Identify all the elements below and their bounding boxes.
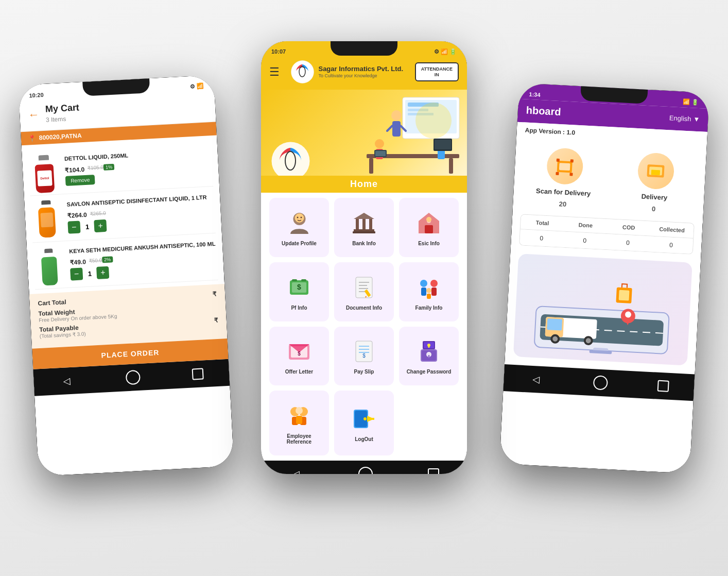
menu-item-offer-letter[interactable]: $ Offer Letter [269,327,329,386]
delivery-count: 0 [652,205,656,213]
svg-point-2 [272,142,310,180]
item-old-price-dettol: ₹105.0 [88,164,104,171]
svg-rect-78 [296,416,302,424]
hamburger-icon[interactable]: ☰ [269,65,280,79]
menu-item-pf-info[interactable]: $ Pf Info [269,262,329,321]
cart-footer: Cart Total ₹ Total Weight Free Delivery … [29,284,228,349]
cart-items-list: Dettol DETTOL LIQUID, 250ML ₹104.0 ₹105.… [21,135,224,294]
item-old-price-keya: ₹50.0 [89,257,102,263]
pay-slip-icon: $ [351,339,377,365]
back-button[interactable]: ← [28,108,40,122]
table-cell-cod: 0 [606,234,650,251]
left-phone: 10:20 ⚙ 📶 ← My Cart 3 Items 📍 800020,PAT… [18,75,234,477]
qty-value-savlon: 1 [85,223,90,230]
item-details-savlon: SAVLON ANTISEPTIC DISINFECTANT LIQUID, 1… [66,193,215,234]
item-old-price-savlon: ₹265.0 [90,210,106,217]
cart-subtitle: 3 Items [46,115,66,124]
esic-info-icon [416,211,442,236]
svg-point-27 [297,216,298,218]
svg-rect-89 [569,173,573,176]
svg-rect-31 [362,219,366,229]
svg-text:$: $ [297,283,301,291]
left-menu-button[interactable] [192,368,203,380]
svg-rect-15 [449,158,453,174]
svg-point-37 [426,217,431,222]
svg-rect-41 [292,279,297,281]
right-menu-button[interactable] [657,380,669,392]
qty-plus-savlon[interactable]: + [94,219,107,232]
offer-letter-label: Offer Letter [285,369,313,375]
item-details-keya: KEYA SETH MEDICURE ANKUSH ANTISEPTIC, 10… [69,240,218,281]
menu-item-employee-reference[interactable]: EmployeeReference [269,391,329,455]
table-cell-total: 0 [519,229,563,247]
right-back-button[interactable]: ◁ [528,372,543,387]
right-phone-inner: 1:34 📶 🔋 hboard English ▼ App Version : … [499,83,709,473]
menu-item-update-profile[interactable]: Update Profile [269,198,329,257]
savlon-bottle-icon [34,200,60,237]
location-text: 800020,PATNA [39,132,82,141]
right-home-button[interactable] [593,375,608,390]
svg-rect-19 [375,151,386,156]
menu-item-document-info[interactable]: Document Info [334,262,394,321]
chevron-down-icon: ▼ [693,115,700,124]
delivery-card[interactable]: Delivery 0 [612,151,698,215]
company-tagline: To Cultivate your Knowledge [318,73,403,79]
menu-item-logout[interactable]: LogOut [334,391,394,455]
svg-point-16 [375,139,384,148]
cart-title: My Cart [45,102,79,114]
update-profile-label: Update Profile [282,241,317,246]
remove-button-dettol[interactable]: Remove [65,175,95,186]
company-name: Sagar Informatics Pvt. Ltd. To Cultivate… [318,65,403,78]
menu-item-bank-info[interactable]: Bank Info [334,198,394,257]
left-phone-inner: 10:20 ⚙ 📶 ← My Cart 3 Items 📍 800020,PAT… [18,75,234,477]
svg-text:$: $ [298,351,301,357]
menu-item-family-info[interactable]: Family Info [399,262,459,321]
lang-selector[interactable]: English ▼ [669,114,700,123]
menu-item-esic-info[interactable]: Esic Info [399,198,459,257]
menu-item-change-password[interactable]: Change Password [399,327,459,386]
table-cell-done: 0 [563,232,606,249]
pf-info-icon: $ [286,275,312,301]
center-back-button[interactable]: ◁ [289,467,303,474]
svg-point-54 [426,288,431,293]
table-cell-collected: 0 [649,236,693,254]
svg-rect-85 [559,163,570,171]
item-price-dettol: ₹104.0 [65,166,85,174]
left-home-button[interactable] [126,370,141,385]
cart-title-block: My Cart 3 Items [45,102,80,124]
employee-reference-icon [286,403,312,429]
home-banner: Home [261,90,467,193]
delivery-illustration [505,245,701,374]
delivery-scene [513,253,692,365]
pay-slip-label: Pay Slip [354,369,374,375]
qty-minus-savlon[interactable]: − [67,221,80,234]
employee-reference-label: EmployeeReference [287,433,311,445]
svg-line-11 [387,126,392,131]
svg-rect-35 [425,225,433,233]
svg-point-28 [300,216,302,218]
svg-rect-70 [428,355,430,358]
change-password-label: Change Password [407,369,452,375]
right-status-icons: 📶 🔋 [683,98,699,106]
center-home-button[interactable] [358,467,373,474]
svg-rect-33 [354,229,374,231]
attendance-button[interactable]: ATTENDANCEIN [415,62,459,82]
qty-minus-keya[interactable]: − [70,268,83,281]
qty-plus-keya[interactable]: + [96,266,109,279]
logout-label: LogOut [355,436,373,442]
bank-info-icon [351,211,377,236]
offer-letter-icon: $ [286,339,312,365]
left-phone-screen: 10:20 ⚙ 📶 ← My Cart 3 Items 📍 800020,PAT… [18,75,234,477]
esic-info-label: Esic Info [418,241,440,246]
center-menu-button[interactable] [428,468,439,474]
cart-total-value: ₹ [213,291,217,298]
svg-rect-92 [651,170,661,175]
dashboard-title: hboard [526,105,561,118]
svg-rect-23 [435,140,451,149]
svg-rect-53 [431,287,437,296]
svg-point-0 [291,61,314,83]
scan-delivery-card[interactable]: Scan for Delivery 20 [521,146,607,210]
menu-item-pay-slip[interactable]: $ Pay Slip [334,327,394,386]
left-back-button[interactable]: ◁ [59,374,74,388]
table-row: KEYA SETH MEDICURE ANKUSH ANTISEPTIC, 10… [32,233,218,290]
